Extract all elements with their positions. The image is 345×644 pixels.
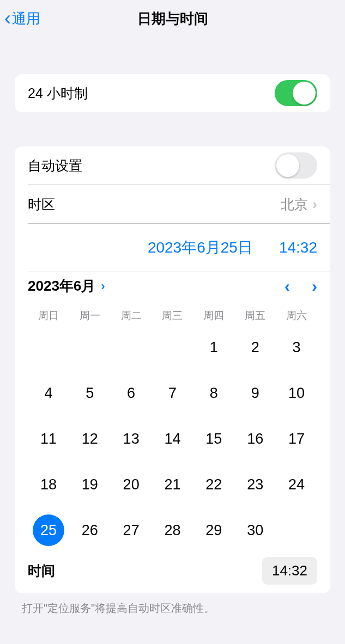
weekday-label: 周五 bbox=[234, 309, 276, 323]
days-grid: 1234567891011121314151617181920212223242… bbox=[28, 332, 317, 546]
day-cell[interactable]: 17 bbox=[276, 423, 317, 455]
label-auto: 自动设置 bbox=[28, 157, 82, 175]
toggle-knob bbox=[293, 82, 316, 105]
weekday-label: 周六 bbox=[276, 309, 317, 323]
day-cell[interactable]: 16 bbox=[234, 423, 276, 455]
header: ‹ 通用 日期与时间 bbox=[0, 0, 345, 37]
day-cell[interactable]: 20 bbox=[111, 469, 152, 500]
chevron-left-icon: ‹ bbox=[4, 9, 11, 28]
label-24hour: 24 小时制 bbox=[28, 84, 88, 102]
day-cell[interactable]: 23 bbox=[234, 469, 276, 500]
day-cell[interactable]: 5 bbox=[69, 377, 111, 409]
date-display[interactable]: 2023年6月25日 bbox=[148, 237, 253, 258]
day-cell[interactable]: 29 bbox=[193, 514, 234, 546]
day-cell[interactable]: 3 bbox=[276, 332, 317, 363]
day-cell[interactable]: 24 bbox=[276, 469, 317, 500]
day-cell[interactable]: 9 bbox=[234, 377, 276, 409]
row-time: 时间 14:32 bbox=[28, 557, 317, 585]
day-cell[interactable]: 13 bbox=[111, 423, 152, 455]
weekday-label: 周一 bbox=[69, 309, 111, 323]
footer-note: 打开"定位服务"将提高自动时区准确性。 bbox=[22, 601, 323, 616]
day-cell[interactable]: 8 bbox=[193, 377, 234, 409]
day-cell[interactable]: 18 bbox=[28, 469, 69, 500]
back-label: 通用 bbox=[12, 9, 40, 28]
day-cell[interactable]: 4 bbox=[28, 377, 69, 409]
day-cell[interactable]: 21 bbox=[152, 469, 193, 500]
value-timezone: 北京 › bbox=[281, 195, 317, 213]
weekday-label: 周日 bbox=[28, 309, 69, 323]
day-cell[interactable]: 7 bbox=[152, 377, 193, 409]
day-cell[interactable]: 15 bbox=[193, 423, 234, 455]
time-display[interactable]: 14:32 bbox=[279, 239, 317, 256]
day-cell[interactable]: 22 bbox=[193, 469, 234, 500]
back-button[interactable]: ‹ 通用 bbox=[4, 9, 40, 28]
label-timezone: 时区 bbox=[28, 195, 55, 213]
month-year-label: 2023年6月 bbox=[28, 277, 95, 296]
day-cell[interactable]: 14 bbox=[152, 423, 193, 455]
row-timezone[interactable]: 时区 北京 › bbox=[15, 185, 330, 223]
chevron-right-icon: › bbox=[312, 196, 317, 213]
page-title: 日期与时间 bbox=[137, 9, 208, 28]
toggle-24hour[interactable] bbox=[275, 80, 317, 106]
section-datetime: 自动设置 时区 北京 › 2023年6月25日 14:32 2023年6月 › … bbox=[15, 146, 330, 593]
day-cell[interactable]: 1 bbox=[193, 332, 234, 363]
day-cell[interactable]: 10 bbox=[276, 377, 317, 409]
day-cell[interactable]: 26 bbox=[69, 514, 111, 546]
calendar-header: 2023年6月 › ‹ › bbox=[28, 277, 317, 296]
row-auto: 自动设置 bbox=[15, 146, 330, 185]
weekday-label: 周三 bbox=[152, 309, 193, 323]
row-datetime-display: 2023年6月25日 14:32 bbox=[15, 224, 330, 272]
day-cell[interactable]: 28 bbox=[152, 514, 193, 546]
toggle-auto[interactable] bbox=[275, 152, 317, 179]
row-24hour: 24 小时制 bbox=[15, 74, 330, 112]
day-cell[interactable]: 25 bbox=[28, 514, 69, 546]
toggle-knob bbox=[276, 154, 299, 177]
weekday-label: 周四 bbox=[193, 309, 234, 323]
prev-month-button[interactable]: ‹ bbox=[285, 277, 290, 296]
time-picker-button[interactable]: 14:32 bbox=[262, 557, 317, 585]
next-month-button[interactable]: › bbox=[312, 277, 317, 296]
label-time: 时间 bbox=[28, 562, 55, 580]
day-cell[interactable]: 27 bbox=[111, 514, 152, 546]
day-cell[interactable]: 12 bbox=[69, 423, 111, 455]
section-24hour: 24 小时制 bbox=[15, 74, 330, 112]
day-cell[interactable]: 11 bbox=[28, 423, 69, 455]
nav-arrows: ‹ › bbox=[285, 277, 317, 296]
weekday-label: 周二 bbox=[111, 309, 152, 323]
day-cell[interactable]: 6 bbox=[111, 377, 152, 409]
weekday-row: 周日周一周二周三周四周五周六 bbox=[28, 309, 317, 323]
day-cell[interactable]: 30 bbox=[234, 514, 276, 546]
calendar: 2023年6月 › ‹ › 周日周一周二周三周四周五周六 12345678910… bbox=[15, 272, 330, 593]
timezone-text: 北京 bbox=[281, 195, 308, 213]
day-cell[interactable]: 2 bbox=[234, 332, 276, 363]
chevron-right-icon: › bbox=[101, 279, 105, 293]
month-year-button[interactable]: 2023年6月 › bbox=[28, 277, 105, 296]
day-cell[interactable]: 19 bbox=[69, 469, 111, 500]
